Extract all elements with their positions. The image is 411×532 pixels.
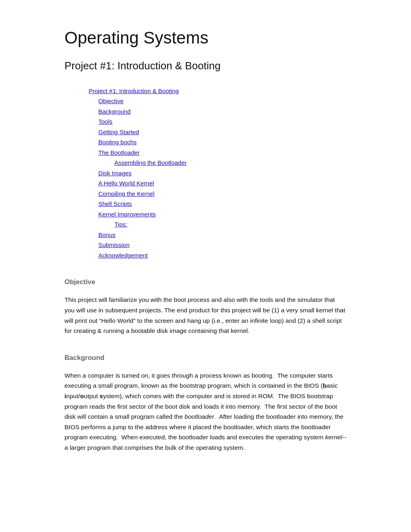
toc-link[interactable]: Kernel Improvements (98, 209, 347, 220)
toc-link[interactable]: Compiling the Kernel (98, 189, 347, 199)
background-section: Background When a computer is turned on,… (64, 352, 347, 453)
table-of-contents: Project #1: Introduction & BootingObject… (89, 86, 347, 261)
toc-link[interactable]: Shell Scripts (98, 199, 347, 209)
toc-link[interactable]: Project #1: Introduction & Booting (89, 86, 347, 96)
toc-link[interactable]: Getting Started (98, 127, 347, 137)
page-container: Operating Systems Project #1: Introducti… (32, 0, 379, 499)
toc-link[interactable]: Disk Images (98, 168, 347, 179)
background-paragraph: When a computer is turned on, it goes th… (64, 370, 347, 453)
toc-link[interactable]: Objective (98, 96, 347, 106)
page-subtitle: Project #1: Introduction & Booting (64, 58, 347, 75)
background-heading: Background (64, 352, 347, 363)
main-title: Operating Systems (64, 24, 347, 51)
toc-link[interactable]: Booting bochs (98, 137, 347, 148)
toc-link[interactable]: Tools (98, 116, 347, 127)
toc-link[interactable]: Submission (98, 240, 347, 250)
toc-link[interactable]: Background (98, 106, 347, 117)
objective-heading: Objective (64, 276, 347, 287)
toc-link[interactable]: The Bootloader (98, 148, 347, 158)
toc-link[interactable]: Bonus (98, 230, 347, 240)
objective-paragraph: This project will familiarize you with t… (64, 295, 347, 336)
toc-link[interactable]: Acknowledgement (98, 250, 347, 261)
toc-link[interactable]: A Hello World Kernel (98, 178, 347, 189)
toc-link[interactable]: Tips: (114, 219, 347, 230)
toc-link[interactable]: Assembling the Bootloader (114, 158, 347, 168)
objective-section: Objective This project will familiarize … (64, 276, 347, 336)
